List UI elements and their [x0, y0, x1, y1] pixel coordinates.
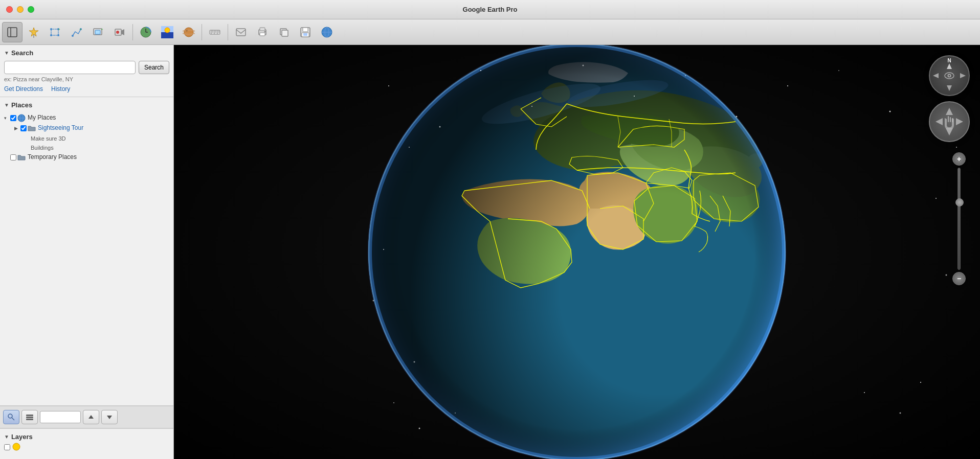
svg-point-100	[949, 75, 950, 77]
svg-point-80	[946, 274, 947, 276]
svg-rect-106	[950, 117, 951, 122]
svg-rect-38	[260, 33, 265, 36]
minimize-button[interactable]	[17, 6, 24, 13]
svg-rect-23	[161, 32, 173, 38]
record-tour-button[interactable]	[109, 22, 130, 42]
print-button[interactable]	[252, 22, 273, 42]
svg-rect-54	[26, 415, 33, 416]
compass-eye-icon	[944, 70, 955, 81]
add-polygon-button[interactable]: +	[45, 22, 65, 42]
sidebar: ▼ Search Search ex: Pizza near Clayville…	[0, 45, 174, 459]
svg-point-67	[736, 116, 738, 118]
svg-point-24	[165, 28, 170, 33]
svg-marker-97	[960, 73, 966, 78]
close-button[interactable]	[6, 6, 13, 13]
svg-marker-104	[956, 118, 963, 125]
save-image-button[interactable]	[295, 22, 316, 42]
maximize-button[interactable]	[28, 6, 34, 13]
svg-point-72	[419, 428, 420, 429]
layers-first-checkbox[interactable]	[4, 444, 10, 450]
svg-rect-35	[236, 29, 246, 36]
layers-section: ▼ Layers	[0, 428, 173, 459]
sidebar-toggle-button[interactable]	[2, 22, 23, 42]
navigation-compass[interactable]: N	[929, 55, 970, 96]
layers-collapse-icon[interactable]: ▼	[4, 434, 9, 440]
svg-point-10	[72, 35, 74, 37]
svg-rect-105	[948, 116, 949, 122]
map-area[interactable]: N	[174, 45, 980, 459]
add-overlay-button[interactable]: +	[88, 22, 108, 42]
move-up-button[interactable]	[83, 410, 99, 424]
svg-marker-94	[947, 63, 952, 69]
sightseeing-tour-link[interactable]: Sightseeing Tour	[38, 124, 83, 131]
sightseeing-checkbox[interactable]	[20, 125, 27, 131]
get-directions-link[interactable]: Get Directions	[4, 85, 43, 93]
copy-image-button[interactable]	[274, 22, 294, 42]
temporary-places-label: Temporary Places	[28, 153, 77, 160]
sunlight-button[interactable]	[157, 22, 177, 42]
my-places-expand-icon[interactable]: ▾	[4, 116, 9, 121]
add-path-button[interactable]: +	[66, 22, 87, 42]
compass-left-arrow[interactable]	[933, 73, 939, 79]
svg-marker-95	[947, 85, 952, 91]
move-down-button[interactable]	[101, 410, 118, 424]
places-header: ▼ Places	[0, 97, 173, 111]
search-tab-button[interactable]	[3, 410, 19, 424]
zoom-thumb[interactable]	[955, 198, 964, 206]
svg-text:+: +	[58, 27, 60, 32]
svg-point-18	[116, 31, 119, 34]
earth-view-button[interactable]	[317, 22, 337, 42]
main-toolbar: + + +	[0, 19, 980, 45]
pan-control[interactable]	[929, 101, 970, 142]
svg-rect-55	[26, 417, 33, 418]
svg-point-78	[373, 300, 374, 302]
svg-point-81	[956, 147, 957, 148]
layers-title: Layers	[11, 433, 33, 441]
compass-up-arrow[interactable]	[946, 63, 952, 70]
svg-point-73	[455, 412, 456, 414]
svg-marker-96	[933, 73, 939, 78]
places-collapse-icon[interactable]: ▼	[4, 102, 9, 108]
compass-north-label: N	[947, 58, 951, 63]
email-button[interactable]	[231, 22, 251, 42]
search-links: Get Directions History	[4, 85, 169, 93]
my-places-globe-icon	[17, 114, 26, 122]
temporary-checkbox[interactable]	[10, 154, 16, 160]
sightseeing-expand-icon[interactable]: ▶	[14, 126, 19, 131]
layers-header: ▼ Layers	[4, 433, 169, 441]
zoom-out-button[interactable]: −	[952, 272, 966, 285]
svg-marker-102	[946, 128, 953, 135]
svg-point-66	[685, 75, 686, 76]
ruler-button[interactable]	[205, 22, 225, 42]
search-collapse-icon[interactable]: ▼	[4, 50, 9, 56]
switch-planet-button[interactable]	[179, 22, 199, 42]
layers-tab-button[interactable]	[21, 410, 38, 424]
search-row: Search	[4, 61, 169, 74]
pan-arrows-icon	[931, 104, 967, 140]
svg-point-62	[480, 70, 481, 71]
history-link[interactable]: History	[51, 85, 70, 93]
sightseeing-folder-icon	[28, 124, 36, 132]
search-section: ▼ Search Search ex: Pizza near Clayville…	[0, 45, 173, 97]
zoom-in-button[interactable]: +	[952, 152, 966, 166]
svg-point-69	[838, 70, 839, 71]
search-input[interactable]	[4, 61, 136, 74]
svg-rect-56	[26, 419, 33, 420]
svg-point-83	[414, 361, 415, 363]
historical-imagery-button[interactable]	[136, 22, 156, 42]
window-controls	[6, 6, 34, 13]
svg-rect-41	[282, 30, 288, 36]
svg-point-60	[388, 85, 389, 86]
compass-down-arrow[interactable]	[946, 85, 952, 91]
opacity-input[interactable]	[40, 411, 81, 423]
svg-point-74	[864, 392, 865, 393]
my-places-item: ▾ My Places	[4, 113, 169, 123]
svg-point-61	[439, 126, 441, 128]
compass-right-arrow[interactable]	[960, 73, 966, 79]
svg-text:+: +	[79, 27, 82, 32]
add-placemark-button[interactable]	[24, 22, 44, 42]
my-places-checkbox[interactable]	[10, 115, 16, 121]
search-button[interactable]: Search	[139, 61, 169, 74]
svg-rect-4	[51, 29, 58, 35]
svg-rect-37	[260, 28, 265, 31]
